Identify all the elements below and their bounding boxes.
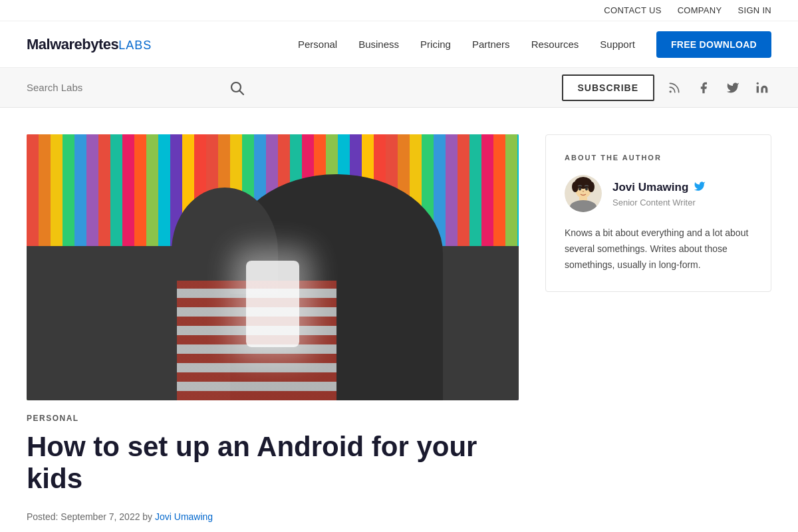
- svg-point-9: [588, 182, 595, 192]
- logo[interactable]: MalwarebytesLABS: [27, 36, 152, 53]
- author-role: Senior Content Writer: [612, 198, 706, 207]
- svg-point-4: [757, 82, 759, 84]
- article-title: How to set up an Android for your kids: [27, 431, 519, 495]
- search-icon: [229, 80, 245, 96]
- author-bio: Knows a bit about everything and a lot a…: [565, 225, 752, 273]
- sign-in-link[interactable]: SIGN IN: [738, 5, 772, 15]
- article-category: PERSONAL: [27, 414, 519, 423]
- author-twitter-icon: [694, 180, 706, 192]
- company-link[interactable]: COMPANY: [678, 5, 722, 15]
- article-main: PERSONAL How to set up an Android for yo…: [27, 134, 519, 522]
- free-download-button[interactable]: FREE DOWNLOAD: [656, 31, 771, 58]
- social-icons: [665, 78, 771, 97]
- author-info: Jovi Umawing Senior Content Writer: [565, 175, 752, 212]
- search-bar-right: SUBSCRIBE: [562, 74, 771, 101]
- svg-point-10: [579, 188, 581, 191]
- twitter-link[interactable]: [724, 78, 742, 97]
- nav-links: Personal Business Pricing Partners Resou…: [298, 39, 635, 51]
- author-card: ABOUT THE AUTHOR: [545, 134, 771, 292]
- subscribe-button[interactable]: SUBSCRIBE: [562, 74, 654, 101]
- nav-resources[interactable]: Resources: [531, 39, 579, 50]
- rss-link[interactable]: [665, 78, 684, 97]
- svg-rect-3: [757, 86, 759, 92]
- search-button[interactable]: [229, 80, 245, 96]
- svg-line-1: [240, 90, 244, 94]
- article-posted-text: Posted: September 7, 2022 by: [27, 511, 152, 522]
- svg-point-11: [585, 188, 588, 191]
- phone-element: [246, 261, 299, 347]
- nav-partners[interactable]: Partners: [472, 39, 510, 50]
- search-input-wrap: [27, 76, 213, 98]
- facebook-link[interactable]: [694, 78, 713, 97]
- author-twitter-link[interactable]: [694, 180, 706, 195]
- search-input[interactable]: [27, 76, 213, 98]
- author-card-title: ABOUT THE AUTHOR: [565, 154, 752, 162]
- contact-us-link[interactable]: CONTACT US: [604, 5, 661, 15]
- main-nav: MalwarebytesLABS Personal Business Prici…: [0, 21, 798, 68]
- facebook-icon: [697, 81, 710, 94]
- search-bar: SUBSCRIBE: [0, 68, 798, 108]
- author-name-row: Jovi Umawing: [612, 180, 706, 195]
- hero-image: [27, 134, 519, 400]
- twitter-icon: [726, 81, 739, 94]
- nav-personal[interactable]: Personal: [298, 39, 337, 50]
- avatar: [565, 175, 602, 212]
- people-silhouette: [27, 246, 519, 400]
- nav-pricing[interactable]: Pricing: [420, 39, 451, 50]
- author-name-wrap: Jovi Umawing Senior Content Writer: [612, 180, 706, 207]
- author-avatar-image: [565, 175, 602, 212]
- rss-icon: [668, 81, 681, 94]
- svg-point-2: [670, 90, 672, 92]
- svg-point-8: [572, 182, 579, 192]
- main-content: PERSONAL How to set up an Android for yo…: [0, 108, 798, 522]
- nav-support[interactable]: Support: [600, 39, 635, 50]
- nav-business[interactable]: Business: [358, 39, 399, 50]
- linkedin-icon: [755, 81, 769, 94]
- author-name: Jovi Umawing: [612, 181, 688, 194]
- sidebar: ABOUT THE AUTHOR: [545, 134, 771, 522]
- article-author-link[interactable]: Jovi Umawing: [155, 511, 213, 522]
- top-bar: CONTACT US COMPANY SIGN IN: [0, 0, 798, 21]
- logo-text: MalwarebytesLABS: [27, 36, 152, 53]
- article-meta: Posted: September 7, 2022 by Jovi Umawin…: [27, 511, 519, 522]
- linkedin-link[interactable]: [753, 78, 771, 97]
